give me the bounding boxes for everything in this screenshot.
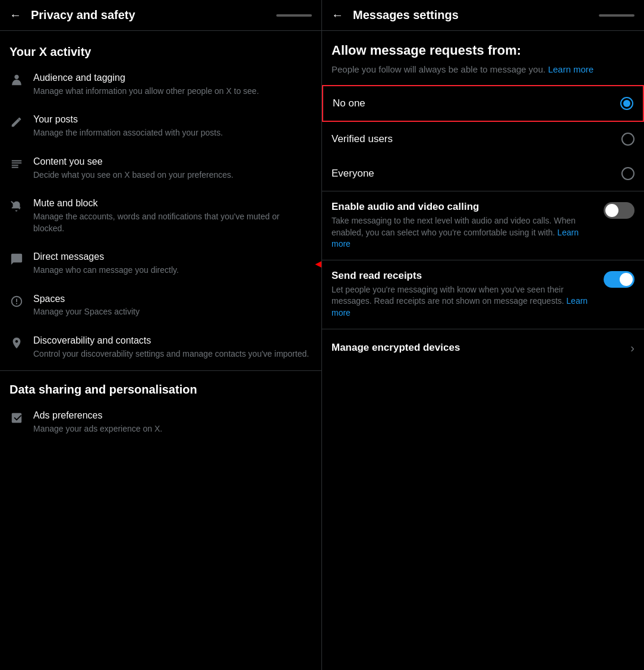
- right-header: ← Messages settings: [322, 0, 644, 31]
- read-receipts-setting: Send read receipts Let people you're mes…: [322, 260, 644, 329]
- mute-block-title: Mute and block: [33, 197, 312, 210]
- right-panel-title: Messages settings: [353, 8, 459, 22]
- ads-preferences-title: Ads preferences: [33, 410, 312, 422]
- audio-video-text: Enable audio and video calling Take mess…: [332, 201, 604, 250]
- left-header: ← Privacy and safety: [0, 0, 321, 31]
- left-divider: [0, 370, 321, 371]
- radio-option-no-one[interactable]: No one: [323, 86, 643, 121]
- content-you-see-desc: Decide what you see on X based on your p…: [33, 169, 312, 181]
- your-posts-text: Your posts Manage the information associ…: [33, 114, 312, 139]
- spaces-title: Spaces: [33, 293, 312, 306]
- dm-icon: [10, 252, 24, 266]
- manage-devices-label: Manage encrypted devices: [332, 342, 460, 354]
- manage-encrypted-devices[interactable]: Manage encrypted devices ›: [322, 329, 644, 367]
- discoverability-desc: Control your discoverability settings an…: [33, 348, 312, 360]
- allow-requests-desc: People you follow will always be able to…: [322, 61, 644, 85]
- red-arrow-indicator: ◀: [315, 254, 321, 273]
- discoverability-icon: [10, 336, 24, 350]
- audio-video-desc: Take messaging to the next level with au…: [332, 215, 596, 250]
- right-tab-bar: [599, 14, 634, 17]
- sidebar-item-spaces[interactable]: Spaces Manage your Spaces activity: [0, 285, 321, 326]
- left-tab-bar: [276, 14, 312, 17]
- allow-requests-learn-more[interactable]: Learn more: [548, 64, 594, 74]
- direct-messages-title: Direct messages: [33, 251, 312, 263]
- posts-icon: [10, 115, 24, 129]
- ads-preferences-desc: Manage your ads experience on X.: [33, 423, 312, 435]
- audio-video-title: Enable audio and video calling: [332, 201, 596, 213]
- no-one-label: No one: [333, 97, 365, 109]
- audience-icon: [10, 73, 24, 87]
- no-one-radio[interactable]: [620, 97, 633, 110]
- left-panel-title: Privacy and safety: [31, 8, 135, 22]
- right-content: Allow message requests from: People you …: [322, 31, 644, 670]
- chevron-right-icon: ›: [630, 341, 634, 355]
- sidebar-item-mute-block[interactable]: Mute and block Manage the accounts, word…: [0, 189, 321, 243]
- ads-preferences-text: Ads preferences Manage your ads experien…: [33, 410, 312, 435]
- audience-tagging-title: Audience and tagging: [33, 72, 312, 84]
- left-content: Your X activity Audience and tagging Man…: [0, 31, 321, 670]
- your-x-activity-label: Your X activity: [0, 36, 321, 64]
- discoverability-text: Discoverability and contacts Control you…: [33, 335, 312, 360]
- direct-messages-desc: Manage who can message you directly.: [33, 265, 312, 276]
- right-panel: ← Messages settings Allow message reques…: [322, 0, 644, 670]
- spaces-text: Spaces Manage your Spaces activity: [33, 293, 312, 318]
- content-you-see-title: Content you see: [33, 156, 312, 168]
- sidebar-item-discoverability[interactable]: Discoverability and contacts Control you…: [0, 326, 321, 368]
- everyone-radio[interactable]: [621, 167, 634, 180]
- read-receipts-title: Send read receipts: [332, 270, 596, 282]
- mute-icon: [10, 199, 24, 213]
- radio-option-verified-users[interactable]: Verified users: [322, 122, 644, 156]
- audio-video-setting: Enable audio and video calling Take mess…: [322, 191, 644, 260]
- content-icon: [10, 157, 24, 171]
- sidebar-item-content-you-see[interactable]: Content you see Decide what you see on X…: [0, 147, 321, 189]
- everyone-label: Everyone: [332, 168, 374, 180]
- discoverability-title: Discoverability and contacts: [33, 335, 312, 347]
- no-one-wrapper: No one: [322, 85, 644, 122]
- direct-messages-text: Direct messages Manage who can message y…: [33, 251, 312, 276]
- allow-requests-title: Allow message requests from:: [322, 31, 644, 61]
- sidebar-item-ads-preferences[interactable]: Ads preferences Manage your ads experien…: [0, 401, 321, 443]
- read-receipts-text: Send read receipts Let people you're mes…: [332, 270, 604, 319]
- sidebar-item-audience-tagging[interactable]: Audience and tagging Manage what informa…: [0, 64, 321, 105]
- data-sharing-label: Data sharing and personalisation: [0, 373, 321, 401]
- read-receipts-knob: [620, 273, 633, 286]
- left-panel: ← Privacy and safety Your X activity Aud…: [0, 0, 322, 670]
- your-posts-title: Your posts: [33, 114, 312, 126]
- right-back-button[interactable]: ←: [332, 8, 343, 22]
- spaces-icon: [10, 294, 24, 309]
- ads-icon: [10, 411, 24, 425]
- audio-video-knob: [605, 204, 618, 217]
- verified-users-label: Verified users: [332, 133, 393, 145]
- your-posts-desc: Manage the information associated with y…: [33, 127, 312, 139]
- mute-block-desc: Manage the accounts, words and notificat…: [33, 211, 312, 234]
- sidebar-item-direct-messages[interactable]: Direct messages Manage who can message y…: [0, 243, 321, 284]
- read-receipts-desc: Let people you're messaging with know wh…: [332, 284, 596, 319]
- left-back-button[interactable]: ←: [10, 8, 21, 22]
- sidebar-item-your-posts[interactable]: Your posts Manage the information associ…: [0, 105, 321, 147]
- spaces-desc: Manage your Spaces activity: [33, 306, 312, 318]
- read-receipts-toggle[interactable]: [604, 271, 634, 288]
- audience-tagging-desc: Manage what information you allow other …: [33, 86, 312, 97]
- verified-users-radio[interactable]: [621, 133, 634, 146]
- content-you-see-text: Content you see Decide what you see on X…: [33, 156, 312, 181]
- radio-option-everyone[interactable]: Everyone: [322, 156, 644, 191]
- audio-video-toggle[interactable]: [604, 202, 634, 219]
- mute-block-text: Mute and block Manage the accounts, word…: [33, 197, 312, 234]
- audience-tagging-text: Audience and tagging Manage what informa…: [33, 72, 312, 97]
